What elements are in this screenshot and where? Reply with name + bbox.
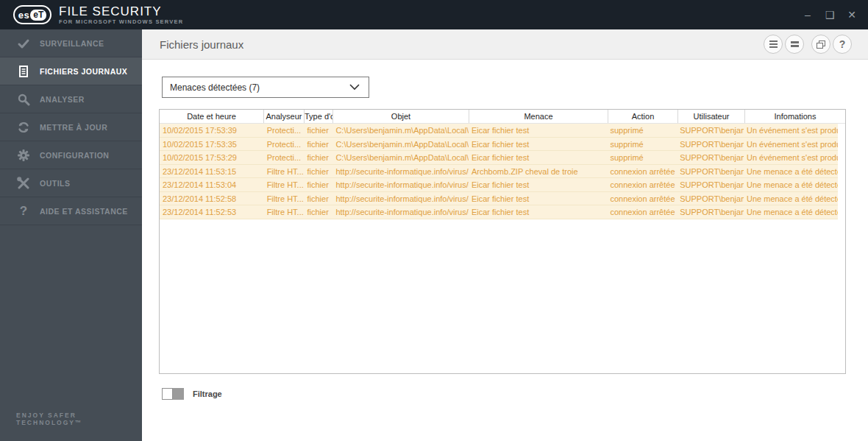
eset-logo: es eT FILE SECURITY FOR MICROSOFT WINDOW… <box>13 5 183 25</box>
table-row[interactable]: 23/12/2014 11:52:53 Filtre HT... fichier… <box>160 205 838 219</box>
column-header-analyseur[interactable]: Analyseur <box>264 110 305 123</box>
table-row[interactable]: 10/02/2015 17:53:39 Protecti... fichier … <box>160 124 838 138</box>
list-view-button[interactable] <box>785 35 804 54</box>
cell-date: 10/02/2015 17:53:29 <box>160 151 264 164</box>
logo-text: es <box>18 10 29 21</box>
cell-action: connexion arrêtée - ... <box>607 205 677 219</box>
copy-button[interactable] <box>811 35 830 54</box>
cell-analyseur: Filtre HT... <box>264 205 305 219</box>
log-table: Date et heure Analyseur Type d'o... Obje… <box>159 109 846 374</box>
cell-analyseur: Protecti... <box>264 151 305 164</box>
minimize-icon[interactable]: – <box>802 10 814 20</box>
log-file-icon <box>16 64 31 79</box>
cell-analyseur: Filtre HT... <box>264 178 305 191</box>
column-header-action[interactable]: Action <box>608 110 678 123</box>
cell-utilisateur: SUPPORT\benjami... <box>677 124 744 137</box>
cell-informations: Un événement s'est produit su... <box>744 124 838 137</box>
table-row[interactable]: 23/12/2014 11:52:58 Filtre HT... fichier… <box>160 192 838 206</box>
sidebar-item-fichiers-journaux[interactable]: FICHIERS JOURNAUX <box>0 57 142 85</box>
column-header-informations[interactable]: Infomations <box>745 110 845 123</box>
hamburger-icon <box>769 40 778 48</box>
cell-objet: C:\Users\benjamin.m\AppData\Local\Mi... <box>332 151 469 164</box>
cell-objet: C:\Users\benjamin.m\AppData\Local\Mi... <box>332 138 469 151</box>
cell-action: supprimé <box>607 124 677 137</box>
cell-type: fichier <box>305 138 333 151</box>
cell-menace: Eicar fichier test <box>469 124 608 137</box>
logo-text-badge: eT <box>30 10 46 21</box>
title-bar: es eT FILE SECURITY FOR MICROSOFT WINDOW… <box>0 0 868 29</box>
sidebar-item-aide[interactable]: ? AIDE ET ASSISTANCE <box>0 197 142 225</box>
cell-date: 23/12/2014 11:53:04 <box>160 178 264 191</box>
cell-informations: Une menace a été détectée lor... <box>744 192 838 205</box>
column-header-date[interactable]: Date et heure <box>160 110 264 123</box>
cell-date: 23/12/2014 11:52:58 <box>160 192 264 205</box>
cell-analyseur: Filtre HT... <box>264 165 305 178</box>
window-controls: – ❑ ✕ <box>802 0 858 29</box>
table-row[interactable]: 23/12/2014 11:53:04 Filtre HT... fichier… <box>160 178 838 192</box>
cell-informations: Une menace a été détectée lor... <box>744 165 838 178</box>
update-arrows-icon <box>16 120 31 135</box>
cell-menace: Eicar fichier test <box>469 151 608 164</box>
cell-type: fichier <box>305 178 333 191</box>
column-header-menace[interactable]: Menace <box>469 110 608 123</box>
column-header-utilisateur[interactable]: Utilisateur <box>678 110 745 123</box>
cell-objet: http://securite-informatique.info/virus/… <box>332 205 469 219</box>
table-header: Date et heure Analyseur Type d'o... Obje… <box>160 110 845 124</box>
toggle-track <box>173 388 184 400</box>
cell-type: fichier <box>305 165 333 178</box>
column-header-objet[interactable]: Objet <box>333 110 469 123</box>
cell-action: connexion arrêtée - ... <box>607 165 677 178</box>
tagline: ENJOY SAFER TECHNOLOGY™ <box>16 412 142 426</box>
page-header: Fichiers journaux ? <box>142 29 868 60</box>
cell-informations: Un événement s'est produit su... <box>744 151 838 164</box>
sidebar: SURVEILLANCE FICHIERS JOURNAUX ANALYSER … <box>0 29 142 441</box>
log-type-dropdown[interactable]: Menaces détectées (7) <box>162 77 369 98</box>
cell-type: fichier <box>305 151 333 164</box>
cell-type: fichier <box>305 124 333 137</box>
sidebar-item-analyser[interactable]: ANALYSER <box>0 85 142 113</box>
filter-toggle[interactable] <box>162 388 184 400</box>
cell-action: supprimé <box>607 138 677 151</box>
main-content: Menaces détectées (7) Date et heure Anal… <box>142 60 868 441</box>
cell-objet: http://securite-informatique.info/virus/… <box>332 165 469 178</box>
help-button[interactable]: ? <box>833 35 852 54</box>
sidebar-item-surveillance[interactable]: SURVEILLANCE <box>0 29 142 57</box>
toggle-knob <box>162 388 173 400</box>
table-row[interactable]: 10/02/2015 17:53:35 Protecti... fichier … <box>160 138 838 152</box>
sidebar-item-mettre-a-jour[interactable]: METTRE À JOUR <box>0 113 142 141</box>
product-name: FILE SECURITY FOR MICROSOFT WINDOWS SERV… <box>59 5 183 25</box>
cell-analyseur: Filtre HT... <box>264 192 305 205</box>
chevron-down-icon <box>349 84 360 91</box>
table-row[interactable]: 23/12/2014 11:53:15 Filtre HT... fichier… <box>160 165 838 179</box>
cell-objet: http://securite-informatique.info/virus/… <box>332 178 469 191</box>
cell-menace: Eicar fichier test <box>469 178 608 191</box>
check-icon <box>16 36 31 51</box>
cell-utilisateur: SUPPORT\benjami... <box>677 138 744 151</box>
cell-utilisateur: SUPPORT\benjami... <box>677 165 744 178</box>
sidebar-item-outils[interactable]: OUTILS <box>0 169 142 197</box>
table-row[interactable]: 10/02/2015 17:53:29 Protecti... fichier … <box>160 151 838 165</box>
close-icon[interactable]: ✕ <box>846 10 858 20</box>
eset-logo-oval: es eT <box>13 5 51 24</box>
cell-action: connexion arrêtée - ... <box>607 192 677 205</box>
cell-date: 23/12/2014 11:53:15 <box>160 165 264 178</box>
dropdown-value: Menaces détectées (7) <box>170 82 349 93</box>
tools-icon <box>16 176 31 191</box>
cell-menace: Eicar fichier test <box>469 192 608 205</box>
copy-window-icon <box>817 40 825 49</box>
filter-toggle-label: Filtrage <box>193 389 222 398</box>
column-header-type[interactable]: Type d'o... <box>305 110 333 123</box>
filter-toggle-row: Filtrage <box>162 388 222 400</box>
maximize-icon[interactable]: ❑ <box>824 10 836 20</box>
sidebar-item-configuration[interactable]: CONFIGURATION <box>0 141 142 169</box>
cell-menace: Eicar fichier test <box>469 205 608 219</box>
page-title: Fichiers journaux <box>160 38 243 51</box>
cell-utilisateur: SUPPORT\benjami... <box>677 192 744 205</box>
cell-date: 10/02/2015 17:53:35 <box>160 138 264 151</box>
menu-button[interactable] <box>764 35 783 54</box>
cell-type: fichier <box>305 192 333 205</box>
search-icon <box>16 92 31 107</box>
cell-menace: Archbomb.ZIP cheval de troie <box>469 165 608 178</box>
cell-date: 23/12/2014 11:52:53 <box>160 205 264 219</box>
cell-date: 10/02/2015 17:53:39 <box>160 124 264 137</box>
